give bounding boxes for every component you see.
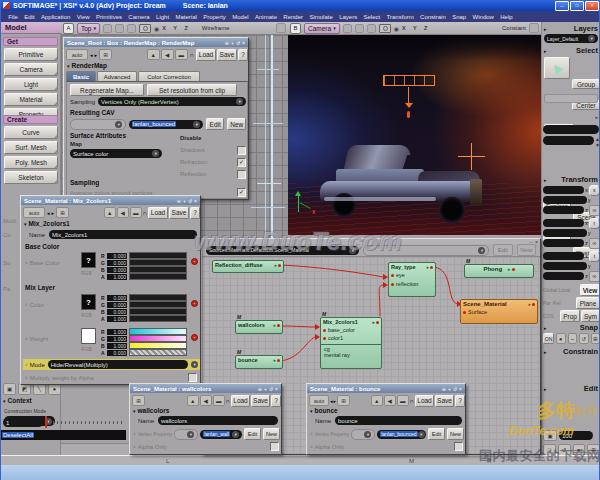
viewport-a-solo-button[interactable] xyxy=(276,23,286,33)
node-output-port[interactable] xyxy=(277,359,280,362)
material-path-dropdown[interactable]: Sources.Materials.DefaultLib.Scene_Mater… xyxy=(206,246,359,255)
node-output-port[interactable] xyxy=(376,321,379,324)
filter-slot[interactable] xyxy=(544,94,598,103)
ref-mode-label[interactable]: Ref xyxy=(553,300,561,306)
rgb-mode-label[interactable]: RGB xyxy=(81,312,92,318)
channel-slider[interactable] xyxy=(129,273,187,280)
channel-slider[interactable] xyxy=(129,308,187,315)
get-button[interactable]: Light xyxy=(4,78,58,91)
local-mode-label[interactable]: Local xyxy=(558,287,570,293)
view-mode-button[interactable]: View xyxy=(580,284,600,296)
create-button[interactable]: Poly. Mesh xyxy=(4,156,58,169)
cos-label[interactable]: COS xyxy=(543,313,554,319)
channel-slider[interactable] xyxy=(129,252,187,259)
snap-curve-icon[interactable] xyxy=(568,333,578,344)
prev-icon[interactable] xyxy=(90,52,93,58)
up-icon[interactable] xyxy=(187,395,199,406)
camera-icon[interactable] xyxy=(379,24,391,33)
channel-value[interactable]: 0.000 xyxy=(107,267,127,273)
node-bounce[interactable]: M bounce xyxy=(235,355,283,369)
channel-slider[interactable] xyxy=(129,328,187,335)
auto-refresh-dropdown[interactable]: auto xyxy=(23,207,45,218)
memo-icon[interactable] xyxy=(543,430,557,441)
cav-name-dropdown[interactable]: lanlan_bounced xyxy=(129,120,203,129)
name-field[interactable]: bounce xyxy=(335,416,462,425)
get-section-header[interactable]: Get xyxy=(3,37,58,46)
viewport-memo-button[interactable] xyxy=(127,24,136,33)
input-port[interactable] xyxy=(391,283,394,286)
scale-z-field[interactable] xyxy=(543,206,584,214)
next-icon[interactable] xyxy=(334,398,337,404)
create-button[interactable]: Curve xyxy=(4,126,58,139)
lock-panel-icon[interactable] xyxy=(337,395,350,406)
global-mode-label[interactable]: Global xyxy=(543,287,557,293)
menu-item[interactable]: Transform xyxy=(383,14,417,20)
eye-icon[interactable] xyxy=(154,25,159,32)
color-swatch[interactable]: ? xyxy=(81,294,96,310)
node-output-port[interactable] xyxy=(278,264,281,267)
node-output-icon[interactable] xyxy=(273,357,276,363)
selection-text-field[interactable] xyxy=(543,136,594,145)
node-output-icon[interactable] xyxy=(372,319,375,325)
close-icon[interactable] xyxy=(275,386,278,392)
save-button[interactable]: Save xyxy=(217,49,237,61)
auto-refresh-dropdown[interactable]: auto xyxy=(66,49,88,60)
node-output-port[interactable] xyxy=(512,268,515,271)
selection-text-field[interactable] xyxy=(543,125,599,134)
help-button[interactable]: ? xyxy=(238,49,248,61)
node-output-icon[interactable] xyxy=(274,262,277,268)
set-resolution-button[interactable]: Set resolution from clip xyxy=(147,84,237,96)
camera-icon[interactable] xyxy=(139,24,151,33)
back-icon[interactable] xyxy=(161,49,174,60)
node-output-icon[interactable] xyxy=(273,322,276,328)
dropdown-circle-icon[interactable] xyxy=(191,361,198,368)
menu-item[interactable]: Constrain xyxy=(417,14,449,20)
spinner-icon[interactable]: ▲▼ xyxy=(595,136,600,148)
lock-icon[interactable] xyxy=(177,198,181,204)
channel-slider[interactable] xyxy=(129,315,187,322)
get-button[interactable]: Primitive xyxy=(4,48,58,61)
node-phong[interactable]: M Phong xyxy=(464,264,534,278)
channel-slider[interactable] xyxy=(129,335,187,342)
node-output-icon[interactable] xyxy=(528,301,531,307)
channel-value[interactable]: 0.000 xyxy=(107,302,127,308)
regenerate-map-button[interactable]: Regenerate Map... xyxy=(70,84,144,96)
vp-new-button[interactable]: New xyxy=(447,428,464,440)
dropdown-circle-icon[interactable] xyxy=(478,247,485,254)
dropdown-circle-icon[interactable] xyxy=(364,431,371,438)
menu-item[interactable]: Application xyxy=(38,14,74,20)
construction-icon-cube[interactable] xyxy=(3,383,16,395)
snap-rotate-icon[interactable] xyxy=(579,333,589,344)
rotate-mode-button[interactable]: r xyxy=(589,218,600,229)
input-port[interactable] xyxy=(391,274,394,277)
average-colors-checkbox[interactable] xyxy=(237,188,246,197)
name-field[interactable]: wallcolors xyxy=(158,416,278,425)
snap-point-icon[interactable] xyxy=(556,333,566,344)
lock-icon[interactable] xyxy=(225,40,229,46)
channel-value[interactable]: 0.000 xyxy=(107,260,127,266)
base-color-label[interactable]: Base Color xyxy=(25,260,59,266)
collapse-icon[interactable] xyxy=(130,207,142,218)
weight-label[interactable]: Weight xyxy=(25,336,48,342)
menu-item[interactable]: View xyxy=(74,14,93,20)
bounce-titlebar[interactable]: Scene_Material : bounce xyxy=(307,384,465,393)
help-button[interactable]: ? xyxy=(271,395,281,407)
recycle-icon[interactable] xyxy=(453,386,457,392)
mix2colors-titlebar[interactable]: Scene_Material : Mix_2colors1 xyxy=(21,196,200,205)
viewport-a-letter[interactable]: A xyxy=(63,23,74,34)
layer-dropdown[interactable]: Layer_Default xyxy=(544,34,598,43)
channel-value[interactable]: 1.000 xyxy=(107,329,127,335)
menu-item[interactable]: Primitives xyxy=(93,14,125,20)
layers-header[interactable]: ▸Layers xyxy=(542,24,600,33)
menu-item[interactable]: Animate xyxy=(252,14,280,20)
save-button[interactable]: Save xyxy=(169,207,189,219)
vp-edit-button[interactable]: Edit xyxy=(244,428,261,440)
input-port[interactable] xyxy=(463,311,466,314)
collapse-icon[interactable] xyxy=(175,49,188,60)
transform-header[interactable]: ▸Transform xyxy=(542,175,600,184)
back-icon[interactable] xyxy=(384,395,396,406)
node-scene-material[interactable]: Scene_Material Surface xyxy=(460,299,538,324)
recycle-icon[interactable] xyxy=(188,198,192,204)
cav-source-dropdown-disabled[interactable] xyxy=(70,119,126,130)
wallcolors-titlebar[interactable]: Scene_Material : wallcolors xyxy=(130,384,281,393)
